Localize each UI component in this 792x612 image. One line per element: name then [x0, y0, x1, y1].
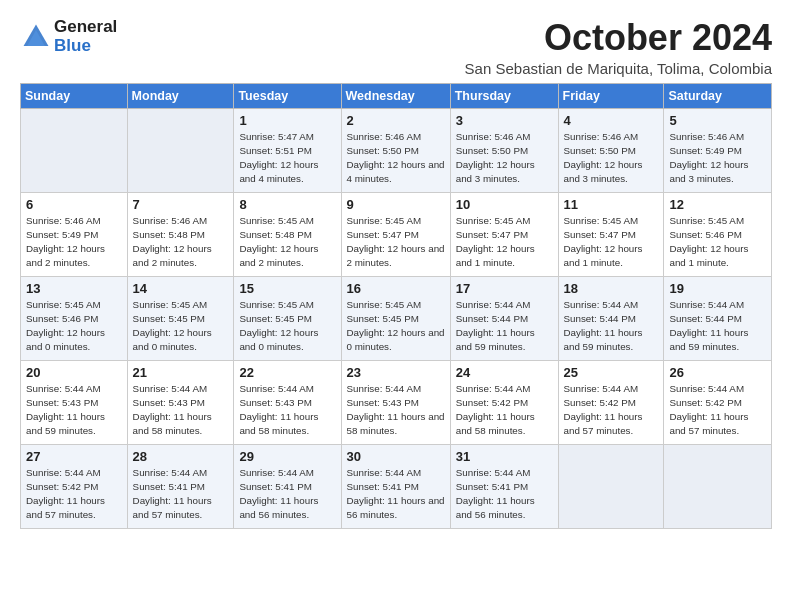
day-number: 28 [133, 449, 230, 464]
calendar-cell: 17Sunrise: 5:44 AM Sunset: 5:44 PM Dayli… [450, 276, 558, 360]
day-info: Sunrise: 5:44 AM Sunset: 5:43 PM Dayligh… [133, 382, 230, 439]
calendar-cell: 31Sunrise: 5:44 AM Sunset: 5:41 PM Dayli… [450, 444, 558, 528]
day-number: 30 [347, 449, 446, 464]
logo-text: General Blue [54, 18, 117, 55]
calendar-cell: 19Sunrise: 5:44 AM Sunset: 5:44 PM Dayli… [664, 276, 772, 360]
day-number: 12 [669, 197, 767, 212]
subtitle: San Sebastian de Mariquita, Tolima, Colo… [465, 60, 772, 77]
calendar-cell: 26Sunrise: 5:44 AM Sunset: 5:42 PM Dayli… [664, 360, 772, 444]
day-info: Sunrise: 5:44 AM Sunset: 5:41 PM Dayligh… [239, 466, 336, 523]
day-number: 21 [133, 365, 230, 380]
logo-general: General [54, 18, 117, 37]
header: General Blue October 2024 San Sebastian … [20, 18, 772, 77]
day-number: 22 [239, 365, 336, 380]
calendar-cell: 30Sunrise: 5:44 AM Sunset: 5:41 PM Dayli… [341, 444, 450, 528]
weekday-header-wednesday: Wednesday [341, 83, 450, 108]
calendar-cell: 15Sunrise: 5:45 AM Sunset: 5:45 PM Dayli… [234, 276, 341, 360]
week-row-2: 6Sunrise: 5:46 AM Sunset: 5:49 PM Daylig… [21, 192, 772, 276]
calendar-cell [664, 444, 772, 528]
calendar-cell: 5Sunrise: 5:46 AM Sunset: 5:49 PM Daylig… [664, 108, 772, 192]
day-number: 18 [564, 281, 660, 296]
week-row-5: 27Sunrise: 5:44 AM Sunset: 5:42 PM Dayli… [21, 444, 772, 528]
calendar-cell: 21Sunrise: 5:44 AM Sunset: 5:43 PM Dayli… [127, 360, 234, 444]
calendar-cell: 4Sunrise: 5:46 AM Sunset: 5:50 PM Daylig… [558, 108, 664, 192]
day-info: Sunrise: 5:45 AM Sunset: 5:47 PM Dayligh… [347, 214, 446, 271]
day-info: Sunrise: 5:45 AM Sunset: 5:47 PM Dayligh… [564, 214, 660, 271]
calendar-cell: 1Sunrise: 5:47 AM Sunset: 5:51 PM Daylig… [234, 108, 341, 192]
day-info: Sunrise: 5:44 AM Sunset: 5:43 PM Dayligh… [239, 382, 336, 439]
month-title: October 2024 [465, 18, 772, 58]
page: General Blue October 2024 San Sebastian … [0, 0, 792, 612]
day-info: Sunrise: 5:46 AM Sunset: 5:48 PM Dayligh… [133, 214, 230, 271]
day-info: Sunrise: 5:44 AM Sunset: 5:44 PM Dayligh… [456, 298, 554, 355]
day-info: Sunrise: 5:44 AM Sunset: 5:43 PM Dayligh… [347, 382, 446, 439]
day-number: 29 [239, 449, 336, 464]
day-number: 14 [133, 281, 230, 296]
day-info: Sunrise: 5:45 AM Sunset: 5:47 PM Dayligh… [456, 214, 554, 271]
calendar-cell: 13Sunrise: 5:45 AM Sunset: 5:46 PM Dayli… [21, 276, 128, 360]
day-info: Sunrise: 5:44 AM Sunset: 5:43 PM Dayligh… [26, 382, 123, 439]
day-info: Sunrise: 5:45 AM Sunset: 5:48 PM Dayligh… [239, 214, 336, 271]
calendar-cell: 29Sunrise: 5:44 AM Sunset: 5:41 PM Dayli… [234, 444, 341, 528]
weekday-header-sunday: Sunday [21, 83, 128, 108]
day-number: 2 [347, 113, 446, 128]
calendar-cell: 24Sunrise: 5:44 AM Sunset: 5:42 PM Dayli… [450, 360, 558, 444]
day-info: Sunrise: 5:46 AM Sunset: 5:50 PM Dayligh… [347, 130, 446, 187]
calendar-cell: 23Sunrise: 5:44 AM Sunset: 5:43 PM Dayli… [341, 360, 450, 444]
calendar-cell: 25Sunrise: 5:44 AM Sunset: 5:42 PM Dayli… [558, 360, 664, 444]
day-number: 13 [26, 281, 123, 296]
weekday-header-row: SundayMondayTuesdayWednesdayThursdayFrid… [21, 83, 772, 108]
weekday-header-tuesday: Tuesday [234, 83, 341, 108]
calendar-cell: 16Sunrise: 5:45 AM Sunset: 5:45 PM Dayli… [341, 276, 450, 360]
day-info: Sunrise: 5:45 AM Sunset: 5:46 PM Dayligh… [26, 298, 123, 355]
calendar-cell: 18Sunrise: 5:44 AM Sunset: 5:44 PM Dayli… [558, 276, 664, 360]
day-number: 1 [239, 113, 336, 128]
day-number: 10 [456, 197, 554, 212]
day-info: Sunrise: 5:44 AM Sunset: 5:44 PM Dayligh… [669, 298, 767, 355]
day-number: 17 [456, 281, 554, 296]
day-number: 8 [239, 197, 336, 212]
day-number: 20 [26, 365, 123, 380]
calendar-cell [21, 108, 128, 192]
calendar-cell: 2Sunrise: 5:46 AM Sunset: 5:50 PM Daylig… [341, 108, 450, 192]
week-row-1: 1Sunrise: 5:47 AM Sunset: 5:51 PM Daylig… [21, 108, 772, 192]
calendar-cell: 8Sunrise: 5:45 AM Sunset: 5:48 PM Daylig… [234, 192, 341, 276]
calendar-cell [558, 444, 664, 528]
logo-blue: Blue [54, 37, 117, 56]
day-info: Sunrise: 5:44 AM Sunset: 5:42 PM Dayligh… [564, 382, 660, 439]
day-info: Sunrise: 5:45 AM Sunset: 5:46 PM Dayligh… [669, 214, 767, 271]
day-number: 16 [347, 281, 446, 296]
day-info: Sunrise: 5:44 AM Sunset: 5:42 PM Dayligh… [26, 466, 123, 523]
day-info: Sunrise: 5:44 AM Sunset: 5:41 PM Dayligh… [456, 466, 554, 523]
day-number: 5 [669, 113, 767, 128]
day-info: Sunrise: 5:44 AM Sunset: 5:44 PM Dayligh… [564, 298, 660, 355]
calendar-cell: 14Sunrise: 5:45 AM Sunset: 5:45 PM Dayli… [127, 276, 234, 360]
day-info: Sunrise: 5:46 AM Sunset: 5:50 PM Dayligh… [564, 130, 660, 187]
week-row-4: 20Sunrise: 5:44 AM Sunset: 5:43 PM Dayli… [21, 360, 772, 444]
day-info: Sunrise: 5:46 AM Sunset: 5:49 PM Dayligh… [669, 130, 767, 187]
calendar-cell: 7Sunrise: 5:46 AM Sunset: 5:48 PM Daylig… [127, 192, 234, 276]
calendar-cell: 12Sunrise: 5:45 AM Sunset: 5:46 PM Dayli… [664, 192, 772, 276]
weekday-header-thursday: Thursday [450, 83, 558, 108]
day-info: Sunrise: 5:47 AM Sunset: 5:51 PM Dayligh… [239, 130, 336, 187]
calendar: SundayMondayTuesdayWednesdayThursdayFrid… [20, 83, 772, 529]
title-block: October 2024 San Sebastian de Mariquita,… [465, 18, 772, 77]
day-number: 6 [26, 197, 123, 212]
day-number: 31 [456, 449, 554, 464]
day-number: 9 [347, 197, 446, 212]
logo-icon [20, 21, 52, 53]
weekday-header-saturday: Saturday [664, 83, 772, 108]
calendar-cell: 6Sunrise: 5:46 AM Sunset: 5:49 PM Daylig… [21, 192, 128, 276]
day-number: 26 [669, 365, 767, 380]
calendar-cell: 11Sunrise: 5:45 AM Sunset: 5:47 PM Dayli… [558, 192, 664, 276]
day-number: 3 [456, 113, 554, 128]
day-number: 27 [26, 449, 123, 464]
day-info: Sunrise: 5:46 AM Sunset: 5:49 PM Dayligh… [26, 214, 123, 271]
weekday-header-monday: Monday [127, 83, 234, 108]
day-number: 11 [564, 197, 660, 212]
calendar-cell: 10Sunrise: 5:45 AM Sunset: 5:47 PM Dayli… [450, 192, 558, 276]
calendar-cell: 9Sunrise: 5:45 AM Sunset: 5:47 PM Daylig… [341, 192, 450, 276]
day-number: 25 [564, 365, 660, 380]
day-info: Sunrise: 5:45 AM Sunset: 5:45 PM Dayligh… [347, 298, 446, 355]
calendar-cell: 3Sunrise: 5:46 AM Sunset: 5:50 PM Daylig… [450, 108, 558, 192]
